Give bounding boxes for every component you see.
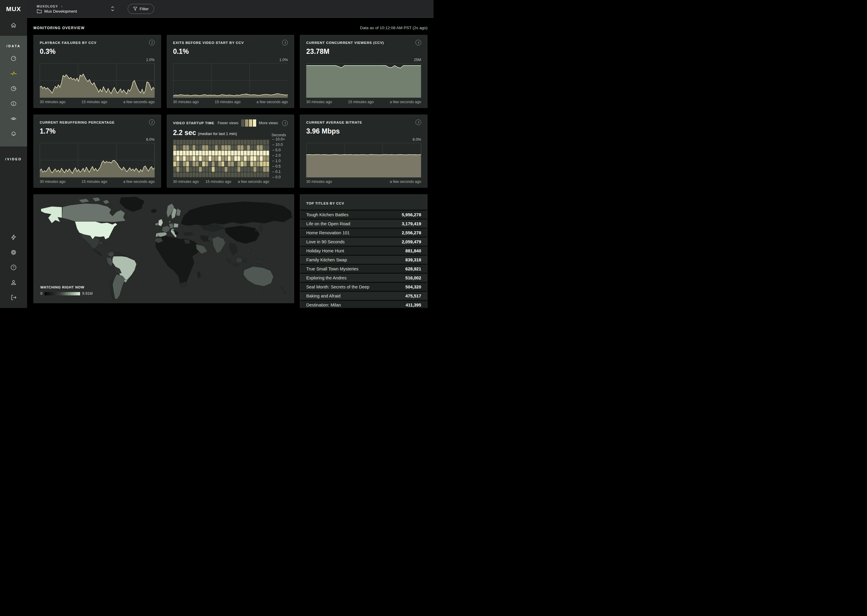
pulse-icon — [9, 70, 17, 77]
sidebar-item-views[interactable] — [0, 111, 27, 126]
sidebar-data-label: /DATA — [6, 40, 21, 51]
table-row[interactable]: Holiday Home Hunt881,840 — [300, 246, 427, 255]
environment-unfold-control[interactable] — [110, 5, 115, 12]
user-icon — [10, 279, 17, 286]
x-axis-labels: 30 minutes ago15 minutes agoa few second… — [40, 100, 155, 104]
sidebar-item-settings[interactable] — [0, 245, 27, 260]
info-icon[interactable]: i — [149, 119, 155, 125]
x-axis-label: 30 minutes ago — [306, 100, 332, 104]
environment-name: Mux Development — [44, 9, 77, 14]
title-name: Home Renovation 101 — [306, 230, 350, 235]
topbar: MUXOLOGY › Mux Development — [27, 0, 434, 18]
sidebar-section-data: /DATA — [0, 36, 27, 146]
table-row[interactable]: Home Renovation 1012,556,278 — [300, 228, 427, 237]
unfold-icon — [110, 5, 115, 12]
y-axis-tick: – 1.0 — [272, 159, 281, 163]
title-name: Life on the Open Road — [306, 222, 350, 226]
sidebar-item-monitoring[interactable] — [0, 66, 27, 81]
svg-text:?: ? — [13, 266, 14, 269]
help-icon: ? — [10, 264, 17, 271]
area-chart — [40, 143, 155, 178]
info-icon[interactable]: i — [149, 40, 155, 46]
sidebar-item-alerts[interactable] — [0, 126, 27, 141]
map-region-poland[interactable] — [174, 223, 178, 227]
sidebar-item-errors[interactable] — [0, 96, 27, 111]
title-ccv-value: 411,395 — [405, 303, 421, 307]
metric-value: 0.3% — [40, 47, 155, 56]
y-axis-tick: – 5.0 — [272, 148, 281, 152]
card-world-map: WATCHING RIGHT NOW 0 9.91M — [33, 194, 294, 303]
legend-swatch — [253, 119, 256, 127]
map-scale-gradient — [44, 292, 80, 295]
sidebar-item-home[interactable] — [0, 18, 27, 33]
sidebar-item-help[interactable]: ? — [0, 260, 27, 275]
table-row[interactable]: Baking and Afraid475,517 — [300, 291, 427, 300]
info-icon[interactable]: i — [415, 119, 421, 125]
x-axis-label: a few seconds ago — [390, 179, 421, 184]
breadcrumb[interactable]: MUXOLOGY › — [37, 4, 77, 8]
x-axis-label: a few seconds ago — [390, 100, 421, 104]
y-max-label: 1.0% — [40, 58, 155, 63]
card-title: EXITS BEFORE VIDEO START BY CCV — [173, 41, 244, 44]
main-content: MONITORING OVERVIEW Data as of 10:12:08 … — [27, 18, 434, 308]
info-icon[interactable]: i — [282, 120, 288, 126]
y-axis-tick: – 0.1 — [272, 170, 281, 174]
table-row[interactable]: Life on the Open Road3,179,419 — [300, 218, 427, 228]
card-title: PLAYBACK FAILURES BY CCV — [40, 41, 97, 44]
x-axis-labels: 30 minutes ago15 minutes agoa few second… — [306, 100, 421, 104]
y-axis-tick: – 10.0 — [272, 143, 283, 147]
breadcrumb-org[interactable]: MUXOLOGY — [37, 5, 58, 8]
title-name: Tough Kitchen Battles — [306, 212, 348, 217]
table-row[interactable]: Love in 90 Seconds2,059,479 — [300, 237, 427, 246]
table-row[interactable]: True Small Town Mysteries628,921 — [300, 264, 427, 273]
metric-value: 0.1% — [173, 47, 288, 56]
metric-value: 1.7% — [40, 127, 155, 135]
filter-funnel-icon — [133, 6, 137, 11]
x-axis-labels: 30 minutes agoa few seconds ago — [306, 179, 421, 184]
sidebar-item-signout[interactable] — [0, 290, 27, 305]
x-axis-label: a few seconds ago — [123, 100, 154, 104]
gear-icon — [10, 249, 17, 256]
x-axis-label: 15 minutes ago — [82, 179, 107, 184]
info-icon[interactable]: i — [415, 40, 421, 46]
environment-switcher[interactable]: Mux Development — [37, 9, 77, 14]
map-scale-max: 9.91M — [82, 291, 93, 295]
sign-out-icon — [10, 294, 17, 301]
table-row[interactable]: Tough Kitchen Battles5,956,278 — [300, 210, 427, 218]
card-top-titles: TOP TITLES BY CCV Tough Kitchen Battles5… — [300, 194, 427, 308]
y-max-label: 25M — [306, 58, 421, 63]
sidebar-section-video: /VIDEO — [0, 146, 27, 164]
card-average-bitrate: CURRENT AVERAGE BITRATE i 3.96 Mbps 6.0%… — [300, 115, 427, 188]
title-name: Love in 90 Seconds — [306, 239, 344, 244]
info-icon[interactable]: i — [282, 40, 288, 46]
card-title: CURRENT REBUFFERING PERCENTAGE — [40, 121, 115, 124]
table-row[interactable]: Seal Month: Secrets of the Deep504,320 — [300, 282, 427, 291]
legend-swatch — [249, 119, 252, 127]
metric-value: 2.2 sec(median for last 1 min) — [173, 129, 288, 137]
title-name: Exploring the Andres — [306, 275, 347, 280]
sidebar-item-events[interactable] — [0, 230, 27, 245]
table-row[interactable]: Family Kitchen Swap839,318 — [300, 255, 427, 264]
sidebar-bottom: ? — [0, 230, 27, 308]
legend-swatch — [241, 119, 244, 127]
title-name: Holiday Home Hunt — [306, 248, 344, 253]
table-row[interactable]: Exploring the Andres516,002 — [300, 273, 427, 282]
sidebar-item-metrics[interactable] — [0, 81, 27, 96]
y-max-label: 1.0% — [173, 58, 288, 63]
x-axis-label: 15 minutes ago — [214, 100, 240, 104]
sidebar-video-label[interactable]: /VIDEO — [5, 153, 22, 164]
card-title: VIDEO STARTUP TIME — [173, 121, 214, 125]
title-ccv-value: 881,840 — [405, 248, 421, 253]
sidebar-item-account[interactable] — [0, 275, 27, 290]
table-row[interactable]: Destination: Milan411,395 — [300, 300, 427, 308]
sidebar-item-dashboard[interactable] — [0, 51, 27, 66]
title-name: Baking and Afraid — [306, 294, 340, 299]
filter-button[interactable]: Filter — [128, 4, 154, 14]
metric-value: 3.96 Mbps — [306, 127, 421, 135]
gauge-icon — [10, 55, 17, 62]
x-axis-label: a few seconds ago — [123, 179, 154, 184]
x-axis-labels: 30 minutes ago15 minutes agoa few second… — [40, 179, 155, 184]
title-name: Destination: Milan — [306, 303, 341, 307]
x-axis-label: 15 minutes ago — [82, 100, 107, 104]
card-title: TOP TITLES BY CCV — [306, 201, 344, 205]
